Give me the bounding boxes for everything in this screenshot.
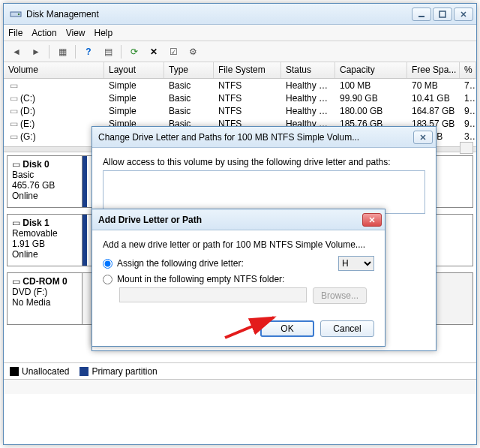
col-pctfree[interactable]: % F bbox=[460, 62, 476, 78]
dialog1-title: Change Drive Letter and Paths for 100 MB… bbox=[98, 132, 413, 143]
svg-rect-3 bbox=[440, 11, 446, 17]
col-volume[interactable]: Volume bbox=[4, 62, 104, 78]
svg-point-1 bbox=[18, 13, 20, 14]
menu-action[interactable]: Action bbox=[32, 28, 56, 38]
volume-row[interactable]: ▭SimpleBasicNTFSHealthy (S...100 MB70 MB… bbox=[4, 79, 476, 92]
volume-row[interactable]: ▭(C:)SimpleBasicNTFSHealthy (B...99.90 G… bbox=[4, 92, 476, 104]
dialog2-titlebar[interactable]: Add Drive Letter or Path bbox=[92, 209, 385, 230]
legend-unallocated: Unallocated bbox=[22, 366, 69, 377]
paths-listbox[interactable] bbox=[103, 170, 425, 214]
help-icon[interactable]: ? bbox=[80, 44, 97, 60]
delete-icon[interactable]: ✕ bbox=[146, 44, 162, 60]
browse-button: Browse... bbox=[313, 287, 367, 304]
status-bar bbox=[4, 379, 476, 394]
col-layout[interactable]: Layout bbox=[104, 62, 164, 78]
assign-letter-label: Assign the following drive letter: bbox=[117, 258, 244, 269]
dialog1-instruction: Allow access to this volume by using the… bbox=[103, 157, 425, 167]
dialog2-title: Add Drive Letter or Path bbox=[98, 215, 362, 225]
titlebar[interactable]: Disk Management bbox=[4, 4, 476, 25]
window-title: Disk Management bbox=[26, 9, 412, 20]
action2-icon[interactable]: ⚙ bbox=[184, 44, 201, 60]
disk-header: ▭ Disk 1Removable1.91 GBOnline bbox=[8, 215, 82, 266]
dialog1-close-button[interactable] bbox=[413, 131, 433, 144]
menubar: File Action View Help bbox=[4, 25, 476, 41]
toolbar: ◄ ► ▦ ? ▤ ⟳ ✕ ☑ ⚙ bbox=[4, 41, 476, 62]
forward-icon[interactable]: ► bbox=[28, 44, 44, 60]
app-icon bbox=[10, 8, 22, 20]
col-filesystem[interactable]: File System bbox=[214, 62, 281, 78]
assign-letter-option[interactable]: Assign the following drive letter: H bbox=[103, 256, 374, 271]
svg-rect-2 bbox=[418, 16, 424, 17]
menu-help[interactable]: Help bbox=[94, 28, 113, 38]
volume-list-header: Volume Layout Type File System Status Ca… bbox=[4, 62, 476, 79]
col-status[interactable]: Status bbox=[281, 62, 335, 78]
legend: Unallocated Primary partition bbox=[4, 362, 476, 379]
dialog2-instruction: Add a new drive letter or path for 100 M… bbox=[103, 239, 374, 250]
mount-folder-option[interactable]: Mount in the following empty NTFS folder… bbox=[103, 274, 374, 284]
drive-letter-select[interactable]: H bbox=[338, 256, 374, 271]
back-icon[interactable]: ◄ bbox=[8, 44, 25, 60]
add-drive-letter-dialog: Add Drive Letter or Path Add a new drive… bbox=[92, 209, 386, 347]
show-tree-icon[interactable]: ▦ bbox=[54, 44, 70, 60]
mount-folder-radio[interactable] bbox=[103, 275, 112, 284]
dialog1-titlebar[interactable]: Change Drive Letter and Paths for 100 MB… bbox=[92, 127, 436, 148]
volume-row[interactable]: ▭(D:)SimpleBasicNTFSHealthy (P...180.00 … bbox=[4, 104, 476, 117]
ok-button[interactable]: OK bbox=[260, 320, 314, 337]
assign-letter-radio[interactable] bbox=[103, 259, 112, 269]
refresh-icon[interactable]: ⟳ bbox=[126, 44, 142, 60]
legend-primary: Primary partition bbox=[92, 366, 157, 377]
cancel-button[interactable]: Cancel bbox=[320, 320, 374, 337]
close-button[interactable] bbox=[454, 8, 473, 21]
col-free[interactable]: Free Spa... bbox=[407, 62, 460, 78]
col-type[interactable]: Type bbox=[164, 62, 214, 78]
properties-icon[interactable]: ▤ bbox=[100, 44, 116, 60]
menu-view[interactable]: View bbox=[66, 28, 86, 38]
minimize-button[interactable] bbox=[412, 8, 431, 21]
disk-header: ▭ CD-ROM 0DVD (F:)No Media bbox=[8, 273, 82, 324]
maximize-button[interactable] bbox=[433, 8, 452, 21]
menu-file[interactable]: File bbox=[8, 28, 22, 38]
col-capacity[interactable]: Capacity bbox=[335, 62, 407, 78]
mount-path-input bbox=[119, 287, 307, 302]
disk-header: ▭ Disk 0Basic465.76 GBOnline bbox=[8, 156, 82, 207]
dialog2-close-button[interactable] bbox=[362, 213, 382, 227]
settings-icon[interactable]: ☑ bbox=[165, 44, 182, 60]
mount-folder-label: Mount in the following empty NTFS folder… bbox=[117, 274, 284, 284]
